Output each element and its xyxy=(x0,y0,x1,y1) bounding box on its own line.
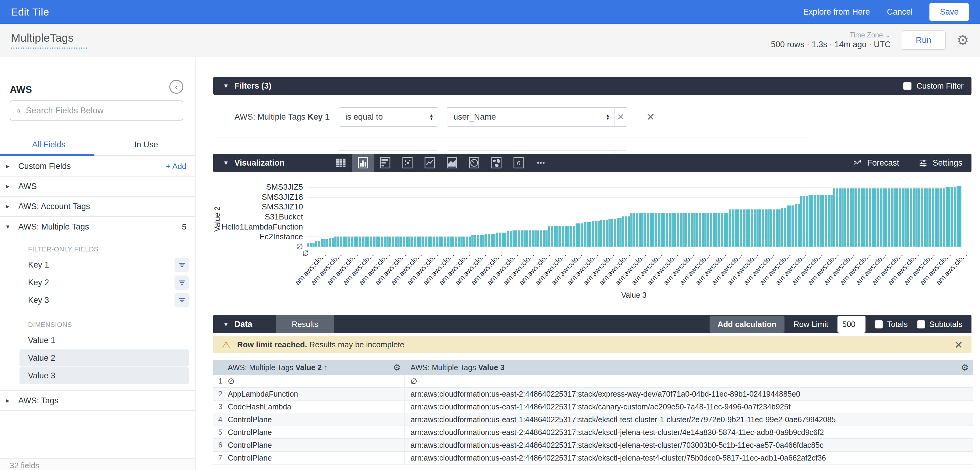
viz-type-area-icon[interactable] xyxy=(441,154,463,172)
add-custom-field-button[interactable]: + Add xyxy=(166,162,186,171)
chart-bar xyxy=(518,230,520,246)
viz-type-single-value-icon[interactable]: 6 xyxy=(508,154,530,172)
chart-bar xyxy=(477,235,479,246)
save-button[interactable]: Save xyxy=(929,3,969,21)
chart-bar xyxy=(450,237,452,246)
viz-type-map-icon[interactable] xyxy=(485,154,508,172)
run-button[interactable]: Run xyxy=(902,30,946,50)
chart-bar xyxy=(710,213,712,246)
chart-bar xyxy=(600,220,602,246)
tab-all-fields[interactable]: All Fields xyxy=(0,136,97,155)
chart-bar xyxy=(633,213,635,246)
sidebar-item-aws-multiple-tags[interactable]: ▾ AWS: Multiple Tags 5 xyxy=(0,217,195,237)
field-picker-sidebar: AWS ‹ ⌕ All Fields In Use ▸ Custom Field… xyxy=(0,57,196,470)
chart-bar xyxy=(806,196,808,246)
sidebar-item-aws-tags[interactable]: ▸ AWS: Tags xyxy=(0,391,195,411)
viz-type-table-icon[interactable] xyxy=(329,154,352,172)
filter-value-select[interactable]: aws_cloudformation_logical_id ▲▼ xyxy=(447,150,614,154)
dimension-field-value-1[interactable]: Value 1 xyxy=(19,332,189,349)
tab-in-use[interactable]: In Use xyxy=(97,136,195,155)
dimension-field-value-3[interactable]: Value 3 xyxy=(19,367,189,384)
column-header-value3[interactable]: AWS: Multiple Tags Value 3 ⚙ xyxy=(405,362,973,373)
chart-bar xyxy=(598,221,600,246)
viz-type-scatter-icon[interactable] xyxy=(396,154,418,172)
viz-type-column-icon[interactable] xyxy=(352,154,374,172)
chart-bar xyxy=(439,237,441,246)
filter-only-field-key-1[interactable]: Key 1 xyxy=(19,256,189,273)
cell-value3: arn:aws:cloudformation:us-east-2:4486402… xyxy=(405,428,973,437)
chart-bar xyxy=(951,187,953,246)
chart-bar xyxy=(921,189,923,246)
field-label: Key 2 xyxy=(28,278,49,287)
sidebar-item-aws[interactable]: ▸ AWS xyxy=(0,176,195,197)
remove-filter-icon[interactable]: ✕ xyxy=(646,111,655,123)
explore-from-here-link[interactable]: Explore from Here xyxy=(803,7,870,17)
filter-operator-select[interactable]: is equal to ▲▼ xyxy=(339,150,438,154)
dismiss-warning-icon[interactable]: ✕ xyxy=(955,339,963,351)
filter-operator-select[interactable]: is equal to ▲▼ xyxy=(339,107,438,127)
chart-bar xyxy=(537,230,539,246)
table-row[interactable]: 6ControlPlanearn:aws:cloudformation:us-e… xyxy=(213,439,973,452)
viz-type-line-icon[interactable] xyxy=(418,154,441,172)
viz-type-bar-icon[interactable] xyxy=(374,154,396,172)
filter-by-field-button[interactable] xyxy=(175,258,189,272)
viz-type-more-icon[interactable] xyxy=(530,154,552,172)
column-header-value2[interactable]: AWS: Multiple Tags Value 2 ↑ ⚙ xyxy=(222,362,405,373)
query-title[interactable]: MultipleTags xyxy=(11,32,87,49)
sidebar-item-custom-fields[interactable]: ▸ Custom Fields + Add xyxy=(0,156,195,176)
table-row[interactable]: 4ControlPlanearn:aws:cloudformation:us-e… xyxy=(213,413,973,426)
chart-bar xyxy=(408,237,410,246)
warning-icon: ⚠ xyxy=(222,339,231,351)
timezone-dropdown[interactable]: Time Zone ⌄ xyxy=(771,31,891,40)
chart-bar xyxy=(885,189,888,246)
table-row[interactable]: 2AppLambdaFunctionarn:aws:cloudformation… xyxy=(213,388,973,400)
filter-value-select[interactable]: user_Name ▲▼ xyxy=(447,107,614,127)
forecast-button[interactable]: Forecast xyxy=(853,158,899,168)
column-gear-icon[interactable]: ⚙ xyxy=(393,362,401,373)
custom-filter-checkbox[interactable] xyxy=(903,82,912,90)
gear-icon[interactable]: ⚙ xyxy=(956,33,969,47)
chart-bar xyxy=(724,213,726,246)
visualization-section-header[interactable]: ▼ Visualization 6 Forecast xyxy=(213,154,972,172)
chart-bar xyxy=(682,213,685,246)
custom-filter-toggle[interactable]: Custom Filter xyxy=(903,81,964,91)
row-number: 1 xyxy=(213,377,222,385)
subtotals-toggle[interactable]: Subtotals xyxy=(917,320,963,329)
chart-bar xyxy=(721,213,723,246)
filters-section-header[interactable]: ▼ Filters (3) Custom Filter xyxy=(213,77,972,95)
chart-bar xyxy=(641,213,643,246)
filter-only-field-key-2[interactable]: Key 2 xyxy=(19,274,189,291)
table-row[interactable]: 1∅∅ xyxy=(213,375,973,388)
filter-by-field-button[interactable] xyxy=(175,275,189,290)
sidebar-item-aws-account-tags[interactable]: ▸ AWS: Account Tags xyxy=(0,197,195,217)
chart-bar xyxy=(778,210,781,246)
clear-value-icon[interactable]: ✕ xyxy=(614,150,627,154)
table-row[interactable]: 7ControlPlanearn:aws:cloudformation:us-e… xyxy=(213,452,973,465)
totals-toggle[interactable]: Totals xyxy=(875,320,908,329)
top-bar: Edit Tile Explore from Here Cancel Save xyxy=(0,0,980,24)
chart-bar xyxy=(666,213,668,246)
search-input[interactable] xyxy=(26,106,177,115)
tab-results[interactable]: Results xyxy=(276,315,334,333)
viz-type-pie-icon[interactable] xyxy=(463,154,485,172)
table-row[interactable]: 3CodeHashLambdaarn:aws:cloudformation:us… xyxy=(213,400,973,413)
dimension-field-value-2[interactable]: Value 2 xyxy=(19,349,189,367)
settings-button[interactable]: Settings xyxy=(918,158,963,168)
totals-checkbox[interactable] xyxy=(875,320,883,329)
column-gear-icon[interactable]: ⚙ xyxy=(961,362,969,373)
cell-value2: ControlPlane xyxy=(222,413,405,426)
svg-text:6: 6 xyxy=(517,160,520,167)
clear-value-icon[interactable]: ✕ xyxy=(614,107,627,127)
data-section-header[interactable]: ▼ Data Results Add calculation Row Limit… xyxy=(213,315,972,333)
filter-only-field-key-3[interactable]: Key 3 xyxy=(19,292,189,309)
add-calculation-button[interactable]: Add calculation xyxy=(710,316,784,333)
field-search-box[interactable]: ⌕ xyxy=(10,100,183,121)
chart-bar xyxy=(343,237,345,246)
filter-by-field-button[interactable] xyxy=(175,293,189,308)
row-limit-input[interactable] xyxy=(837,316,865,333)
chart-bar xyxy=(948,187,950,246)
cancel-button[interactable]: Cancel xyxy=(887,7,912,17)
subtotals-checkbox[interactable] xyxy=(917,320,925,329)
collapse-sidebar-button[interactable]: ‹ xyxy=(169,80,183,94)
table-row[interactable]: 5ControlPlanearn:aws:cloudformation:us-e… xyxy=(213,426,973,439)
